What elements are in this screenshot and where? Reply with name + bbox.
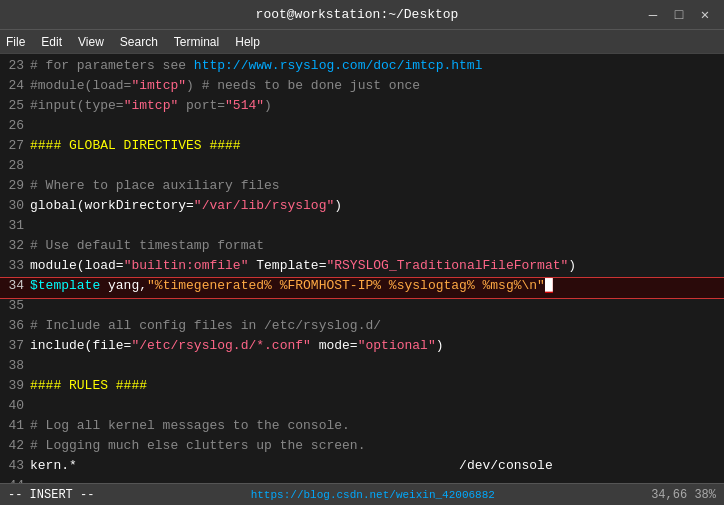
code-line-23: 23 # for parameters see http://www.rsysl… (0, 58, 724, 78)
code-line-36: 36 # Include all config files in /etc/rs… (0, 318, 724, 338)
close-button[interactable]: ✕ (696, 8, 714, 22)
statusbar: -- INSERT -- https://blog.csdn.net/weixi… (0, 483, 724, 505)
code-line-28: 28 (0, 158, 724, 178)
code-line-27: 27 #### GLOBAL DIRECTIVES #### (0, 138, 724, 158)
code-line-26: 26 (0, 118, 724, 138)
code-line-34: 34 $template yang,"%timegenerated% %FROM… (0, 278, 724, 298)
menu-terminal[interactable]: Terminal (174, 35, 219, 49)
code-line-40: 40 (0, 398, 724, 418)
code-line-41: 41 # Log all kernel messages to the cons… (0, 418, 724, 438)
menu-help[interactable]: Help (235, 35, 260, 49)
menu-file[interactable]: File (6, 35, 25, 49)
titlebar: root@workstation:~/Desktop — □ ✕ (0, 0, 724, 30)
code-line-24: 24 #module(load="imtcp") # needs to be d… (0, 78, 724, 98)
code-line-38: 38 (0, 358, 724, 378)
code-line-31: 31 (0, 218, 724, 238)
code-line-43: 43 kern.* /dev/console (0, 458, 724, 478)
cursor-position: 34,66 38% (651, 488, 716, 502)
code-line-30: 30 global(workDirectory="/var/lib/rsyslo… (0, 198, 724, 218)
minimize-button[interactable]: — (644, 8, 662, 22)
code-line-35: 35 (0, 298, 724, 318)
code-line-42: 42 # Logging much else clutters up the s… (0, 438, 724, 458)
menu-search[interactable]: Search (120, 35, 158, 49)
status-url: https://blog.csdn.net/weixin_42006882 (251, 489, 495, 501)
code-line-33: 33 module(load="builtin:omfile" Template… (0, 258, 724, 278)
maximize-button[interactable]: □ (670, 8, 688, 22)
menubar: File Edit View Search Terminal Help (0, 30, 724, 54)
code-line-29: 29 # Where to place auxiliary files (0, 178, 724, 198)
menu-edit[interactable]: Edit (41, 35, 62, 49)
code-line-25: 25 #input(type="imtcp" port="514") (0, 98, 724, 118)
code-line-32: 32 # Use default timestamp format (0, 238, 724, 258)
code-line-39: 39 #### RULES #### (0, 378, 724, 398)
menu-view[interactable]: View (78, 35, 104, 49)
insert-mode-label: -- INSERT -- (8, 488, 94, 502)
window-title: root@workstation:~/Desktop (70, 7, 644, 22)
code-editor[interactable]: 23 # for parameters see http://www.rsysl… (0, 54, 724, 483)
code-line-37: 37 include(file="/etc/rsyslog.d/*.conf" … (0, 338, 724, 358)
window-controls: — □ ✕ (644, 8, 714, 22)
